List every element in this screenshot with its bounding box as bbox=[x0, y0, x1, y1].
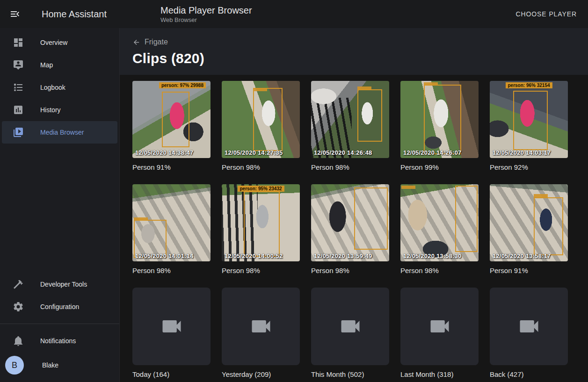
clip-thumbnail: 12/05/2020 14:26:48 bbox=[311, 81, 389, 158]
clip-thumbnail: 12/05/2020 13:58:30 bbox=[400, 184, 479, 261]
detection-bounding-box bbox=[162, 92, 189, 147]
choose-player-button[interactable]: CHOOSE PLAYER bbox=[512, 7, 581, 22]
topbar-main: Media Player Browser Web Browser CHOOSE … bbox=[120, 0, 588, 28]
folder-card-last-month[interactable]: Last Month (318) bbox=[400, 288, 479, 379]
view-dashboard-icon bbox=[13, 37, 24, 48]
clip-card[interactable]: 12/05/2020 14:26:07 Person 99% bbox=[400, 81, 479, 172]
clip-caption: Person 98% bbox=[222, 163, 300, 172]
folder-card-today[interactable]: Today (164) bbox=[132, 288, 211, 379]
home-assistant-app: Home Assistant Media Player Browser Web … bbox=[0, 0, 588, 382]
clip-caption: Person 92% bbox=[490, 163, 568, 172]
clip-thumbnail: 12/05/2020 14:27:35 bbox=[222, 81, 300, 158]
detection-bounding-box bbox=[424, 85, 461, 154]
sidebar-item-media-browser[interactable]: Media Browser bbox=[2, 121, 117, 144]
user-name: Blake bbox=[42, 361, 58, 369]
format-list-bulleted-icon bbox=[13, 82, 24, 93]
clip-timestamp: 12/05/2020 14:01:14 bbox=[135, 252, 194, 259]
sidebar-item-label: Map bbox=[40, 61, 53, 69]
folder-caption: Yesterday (209) bbox=[222, 370, 300, 379]
app-title: Home Assistant bbox=[42, 9, 107, 20]
detection-label-small bbox=[401, 186, 415, 189]
page-heading: Clips (820) bbox=[132, 50, 588, 66]
play-box-multiple-icon bbox=[13, 127, 24, 138]
clip-card[interactable]: person: 97% 29988 12/05/2020 14:38:47 Pe… bbox=[132, 81, 211, 172]
sidebar-item-label: Overview bbox=[40, 39, 67, 46]
clip-thumbnail: 12/05/2020 13:59:49 bbox=[311, 184, 389, 261]
clip-caption: Person 91% bbox=[132, 163, 211, 172]
clip-caption: Person 99% bbox=[400, 163, 479, 172]
sidebar-item-user[interactable]: B Blake bbox=[2, 352, 117, 378]
folder-card-back[interactable]: Back (427) bbox=[490, 288, 568, 379]
folder-card-this-month[interactable]: This Month (502) bbox=[311, 288, 389, 379]
detection-bounding-box bbox=[534, 197, 563, 255]
sidebar-item-label: History bbox=[40, 106, 61, 114]
video-icon bbox=[428, 314, 452, 339]
chart-box-icon bbox=[13, 104, 24, 115]
sidebar-divider bbox=[0, 324, 119, 324]
sidebar-item-map[interactable]: Map bbox=[2, 54, 117, 76]
clip-timestamp: 12/05/2020 14:27:35 bbox=[225, 149, 283, 156]
detection-label-small bbox=[253, 88, 267, 91]
video-icon bbox=[160, 314, 184, 339]
clip-timestamp: 12/05/2020 13:58:17 bbox=[493, 252, 551, 259]
sidebar-item-overview[interactable]: Overview bbox=[2, 31, 117, 54]
clip-caption: Person 98% bbox=[222, 267, 300, 275]
sidebar-item-label: Configuration bbox=[40, 303, 79, 310]
cog-icon bbox=[13, 301, 24, 312]
sidebar-item-notifications[interactable]: Notifications bbox=[2, 330, 117, 352]
sidebar-item-history[interactable]: History bbox=[2, 99, 117, 121]
clip-card[interactable]: 12/05/2020 14:27:35 Person 98% bbox=[222, 81, 300, 172]
folder-card-yesterday[interactable]: Yesterday (209) bbox=[222, 288, 300, 379]
breadcrumb[interactable]: Frigate bbox=[132, 38, 168, 46]
sidebar-item-label: Notifications bbox=[40, 337, 76, 345]
detection-bounding-box bbox=[253, 88, 283, 151]
clip-caption: Person 98% bbox=[311, 163, 389, 172]
clip-timestamp: 12/05/2020 14:38:47 bbox=[135, 149, 194, 156]
folder-caption: Last Month (318) bbox=[400, 370, 479, 379]
clip-timestamp: 12/05/2020 14:03:17 bbox=[493, 149, 551, 156]
clip-card[interactable]: person: 96% 32154 12/05/2020 14:03:17 Pe… bbox=[490, 81, 568, 172]
video-icon bbox=[249, 314, 273, 339]
clip-card[interactable]: person: 95% 23432 12/05/2020 14:00:52 Pe… bbox=[222, 184, 300, 275]
detection-bounding-box bbox=[513, 91, 547, 150]
sidebar-item-logbook[interactable]: Logbook bbox=[2, 76, 117, 99]
clip-thumbnail: 12/05/2020 14:26:07 bbox=[400, 81, 479, 158]
sidebar-spacer bbox=[0, 144, 119, 273]
breadcrumb-label: Frigate bbox=[145, 38, 168, 46]
folder-caption: This Month (502) bbox=[311, 370, 389, 379]
clip-card[interactable]: 12/05/2020 13:59:49 Person 98% bbox=[311, 184, 389, 275]
sidebar: Overview Map Logbook History bbox=[0, 28, 120, 382]
clip-timestamp: 12/05/2020 13:58:30 bbox=[403, 252, 462, 259]
video-icon bbox=[517, 314, 541, 339]
clip-card[interactable]: 12/05/2020 13:58:17 Person 91% bbox=[490, 184, 568, 275]
folder-caption: Back (427) bbox=[490, 370, 568, 379]
clip-card[interactable]: 12/05/2020 14:26:48 Person 98% bbox=[311, 81, 389, 172]
arrow-left-icon bbox=[132, 38, 140, 46]
detection-label: person: 95% 23432 bbox=[237, 186, 284, 192]
menu-open-icon[interactable] bbox=[9, 8, 21, 20]
clip-caption: Person 98% bbox=[311, 267, 389, 275]
clip-timestamp: 12/05/2020 14:26:07 bbox=[403, 149, 462, 156]
clip-thumbnail: 12/05/2020 13:58:17 bbox=[490, 184, 568, 261]
clip-card[interactable]: 12/05/2020 14:01:14 Person 98% bbox=[132, 184, 211, 275]
detection-bounding-box bbox=[357, 89, 382, 142]
sidebar-item-label: Developer Tools bbox=[40, 281, 87, 288]
page-subtitle: Web Browser bbox=[160, 16, 252, 23]
hammer-icon bbox=[13, 279, 24, 290]
clip-timestamp: 12/05/2020 14:26:48 bbox=[314, 149, 372, 156]
video-icon bbox=[338, 314, 363, 339]
sidebar-item-configuration[interactable]: Configuration bbox=[2, 296, 117, 318]
detection-bounding-box bbox=[354, 187, 388, 250]
detection-bounding-box bbox=[455, 186, 478, 252]
detection-bounding-box bbox=[244, 191, 280, 257]
clip-thumbnail: person: 95% 23432 12/05/2020 14:00:52 bbox=[222, 184, 300, 261]
content-header: Frigate Clips (820) bbox=[120, 28, 588, 75]
sidebar-item-developer-tools[interactable]: Developer Tools bbox=[2, 273, 117, 296]
sidebar-item-label: Media Browser bbox=[40, 129, 84, 136]
clip-timestamp: 12/05/2020 13:59:49 bbox=[314, 252, 372, 259]
folder-caption: Today (164) bbox=[132, 370, 211, 379]
detection-label: person: 96% 32154 bbox=[505, 82, 552, 88]
folder-tile bbox=[400, 288, 479, 365]
detection-label-small bbox=[534, 194, 548, 197]
clip-card[interactable]: 12/05/2020 13:58:30 Person 98% bbox=[400, 184, 479, 275]
